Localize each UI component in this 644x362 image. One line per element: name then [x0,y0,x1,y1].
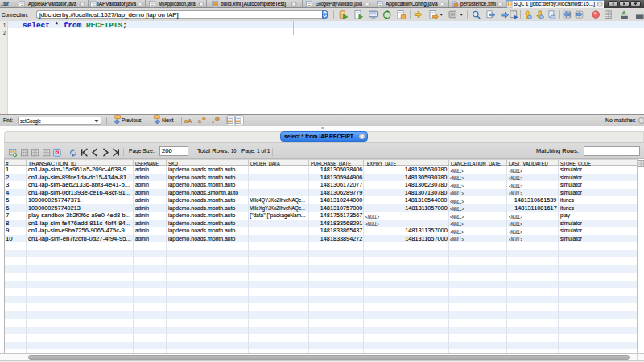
svg-text:aA: aA [184,117,192,125]
svg-text:a: a [198,118,201,124]
